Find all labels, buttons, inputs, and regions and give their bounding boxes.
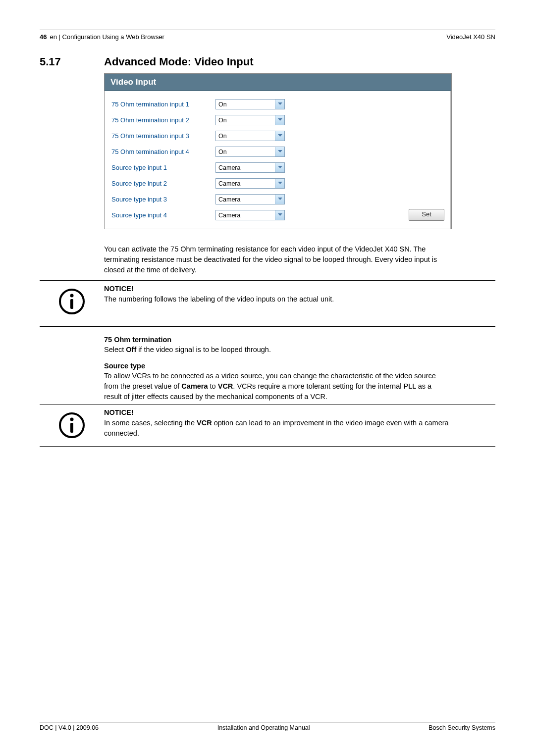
svg-marker-2	[278, 134, 282, 137]
field-label: Source type input 3	[111, 196, 215, 203]
chevron-down-icon[interactable]	[275, 147, 284, 156]
chevron-down-icon[interactable]	[275, 163, 284, 172]
chevron-down-icon[interactable]	[275, 210, 284, 220]
bold-text: VCR	[218, 382, 233, 390]
text: In some cases, selecting the	[104, 419, 197, 427]
subheading: 75 Ohm termination	[104, 336, 495, 344]
text: if the video signal is to be looped thro…	[136, 346, 271, 353]
select-value: On	[216, 131, 275, 141]
svg-point-9	[70, 294, 74, 298]
chevron-down-icon[interactable]	[275, 100, 284, 109]
field-label: 75 Ohm termination input 2	[111, 116, 215, 124]
svg-rect-13	[70, 423, 73, 433]
termination-2-select[interactable]: On	[215, 115, 285, 125]
set-button[interactable]: Set	[409, 209, 444, 221]
source-type-2-select[interactable]: Camera	[215, 178, 285, 189]
paragraph: Select Off if the video signal is to be …	[104, 345, 451, 355]
svg-point-12	[70, 418, 74, 421]
page-number: 46	[40, 33, 47, 41]
footer-right: Bosch Security Systems	[428, 724, 495, 731]
product-name: VideoJet X40 SN	[446, 33, 495, 41]
page-header: 46 en | Configuration Using a Web Browse…	[40, 33, 495, 43]
text: to	[208, 382, 218, 390]
paragraph: You can activate the 75 Ohm terminating …	[104, 244, 451, 275]
termination-4-select[interactable]: On	[215, 147, 285, 157]
select-value: On	[216, 100, 275, 109]
select-value: Camera	[216, 195, 275, 204]
panel-title: Video Input	[105, 74, 451, 91]
text: Select	[104, 346, 126, 353]
notice-title: NOTICE!	[104, 284, 451, 294]
select-value: Camera	[216, 179, 275, 188]
select-value: On	[216, 147, 275, 156]
footer-center: Installation and Operating Manual	[217, 724, 310, 731]
field-label: 75 Ohm termination input 3	[111, 132, 215, 140]
select-value: Camera	[216, 163, 275, 172]
bold-text: Off	[126, 346, 136, 353]
select-value: Camera	[216, 210, 275, 220]
paragraph: To allow VCRs to be connected as a video…	[104, 371, 451, 402]
chevron-down-icon[interactable]	[275, 179, 284, 188]
video-input-panel: Video Input 75 Ohm termination input 1 O…	[104, 73, 452, 229]
chevron-down-icon[interactable]	[275, 131, 284, 141]
select-value: On	[216, 115, 275, 125]
svg-rect-10	[70, 299, 73, 309]
notice-body: In some cases, selecting the VCR option …	[104, 418, 451, 439]
svg-marker-5	[278, 182, 282, 184]
field-label: Source type input 4	[111, 211, 215, 219]
section-number: 5.17	[40, 55, 104, 68]
termination-3-select[interactable]: On	[215, 131, 285, 141]
notice-body: The numbering follows the labeling of th…	[104, 294, 451, 304]
source-type-4-select[interactable]: Camera	[215, 210, 285, 220]
svg-marker-3	[278, 150, 282, 152]
chevron-down-icon[interactable]	[275, 195, 284, 204]
notice-title: NOTICE!	[104, 407, 451, 418]
svg-marker-7	[278, 213, 282, 216]
source-type-1-select[interactable]: Camera	[215, 162, 285, 173]
footer-left: DOC | V4.0 | 2009.06	[40, 724, 99, 731]
breadcrumb: en | Configuration Using a Web Browser	[50, 33, 164, 41]
notice-block: NOTICE! In some cases, selecting the VCR…	[40, 404, 495, 447]
section-title: Advanced Mode: Video Input	[104, 55, 254, 68]
bold-text: VCR	[197, 419, 212, 427]
chevron-down-icon[interactable]	[275, 115, 284, 125]
field-label: Source type input 1	[111, 164, 215, 171]
svg-marker-4	[278, 166, 282, 168]
svg-marker-1	[278, 118, 282, 121]
svg-marker-0	[278, 102, 282, 105]
bold-text: Camera	[181, 382, 208, 390]
notice-block: NOTICE! The numbering follows the labeli…	[40, 280, 495, 327]
field-label: 75 Ohm termination input 4	[111, 148, 215, 155]
source-type-3-select[interactable]: Camera	[215, 194, 285, 204]
svg-marker-6	[278, 198, 282, 200]
field-label: Source type input 2	[111, 180, 215, 187]
termination-1-select[interactable]: On	[215, 99, 285, 109]
subheading: Source type	[104, 362, 495, 370]
page-footer: DOC | V4.0 | 2009.06 Installation and Op…	[40, 722, 495, 731]
info-icon	[40, 284, 104, 315]
field-label: 75 Ohm termination input 1	[111, 101, 215, 108]
info-icon	[40, 407, 104, 439]
